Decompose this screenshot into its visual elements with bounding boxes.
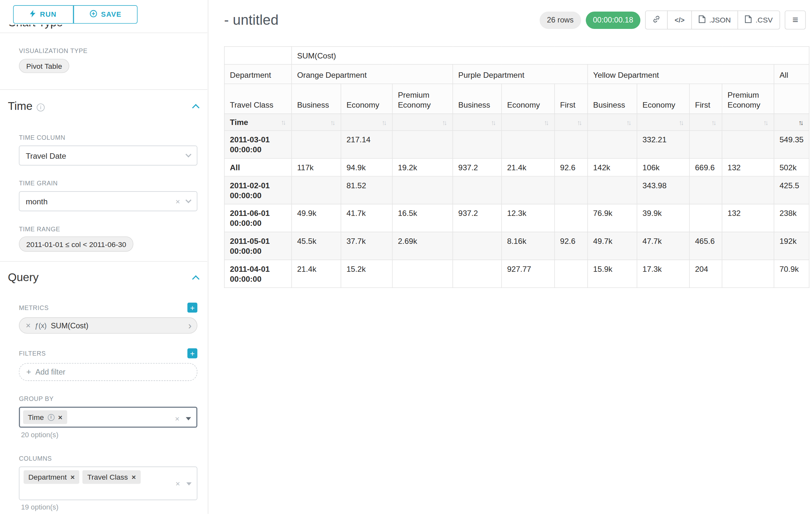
sort-icon[interactable]: ↑↓ (491, 118, 496, 127)
divider (0, 261, 207, 262)
run-button[interactable]: RUN (13, 5, 74, 23)
remove-icon[interactable]: × (70, 473, 75, 481)
add-filter-plus-button[interactable]: + (187, 348, 197, 358)
function-icon: ƒ(x) (35, 322, 47, 330)
remove-metric-icon[interactable]: × (26, 321, 30, 330)
save-button[interactable]: SAVE (74, 5, 138, 23)
chevron-up-icon[interactable] (192, 275, 199, 283)
columns-label: COLUMNS (19, 455, 52, 462)
menu-button[interactable]: ≡ (785, 10, 806, 30)
row-dimension-inner: Time↑↓ (230, 117, 286, 127)
sort-icon[interactable]: ↑↓ (711, 118, 716, 127)
chevron-down-icon[interactable] (185, 197, 192, 204)
chart-title: - untitled (224, 12, 278, 28)
value-cell: 117k (292, 158, 341, 177)
sort-icon[interactable]: ↑↓ (798, 118, 803, 127)
sort-icon[interactable]: ↑↓ (281, 117, 286, 127)
time-column-label: TIME COLUMN (19, 134, 65, 141)
row-label: All (224, 158, 291, 177)
value-cell: 45.5k (292, 232, 341, 260)
value-cell: 41.7k (341, 204, 392, 232)
leaf-header-cell (774, 84, 809, 114)
sort-cell: ↑↓ (588, 114, 637, 130)
value-cell: 37.7k (341, 232, 392, 260)
clear-icon[interactable]: × (176, 197, 180, 205)
embed-code-button[interactable]: </> (667, 10, 692, 30)
value-cell (722, 260, 774, 288)
sort-cell: ↑↓ (774, 114, 809, 130)
remove-icon[interactable]: × (132, 473, 136, 481)
clear-icon[interactable]: × (175, 414, 179, 423)
sort-cell: ↑↓ (722, 114, 774, 130)
sort-icon[interactable]: ↑↓ (442, 118, 447, 127)
group-header-cell: Orange Department (292, 64, 453, 84)
query-section-title: Query (8, 271, 39, 284)
caret-right-icon[interactable]: › (188, 321, 192, 330)
sort-icon[interactable]: ↑↓ (577, 118, 582, 127)
explore-app: Chart Type RUN SAVE VISUALIZATION TYPE P… (0, 0, 812, 514)
value-cell (689, 204, 722, 232)
value-cell: 92.6 (555, 232, 588, 260)
leaf-header-cell: Economy (637, 84, 690, 114)
export-csv-button[interactable]: .CSV (737, 10, 780, 30)
table-row: All117k94.9k19.2k937.221.4k92.6142k106k6… (224, 158, 809, 177)
time-grain-select[interactable]: month × (19, 191, 197, 211)
value-cell: 12.3k (502, 204, 555, 232)
row-label: 2011-04-01 00:00:00 (224, 260, 291, 288)
value-cell (393, 177, 453, 204)
filters-header: FILTERS + (19, 348, 197, 358)
chevron-down-icon[interactable] (185, 152, 192, 158)
columns-pill: Travel Class× (83, 470, 141, 484)
value-cell: 81.52 (341, 177, 392, 204)
sort-icon[interactable]: ↑↓ (626, 118, 631, 127)
value-cell: 2.69k (393, 232, 453, 260)
value-cell: 21.4k (502, 158, 555, 177)
link-icon (652, 15, 661, 24)
columns-pill-label: Travel Class (87, 473, 128, 481)
sort-down-arrow: ↓ (680, 118, 684, 127)
columns-option-count: 19 option(s) (21, 504, 58, 511)
sort-icon[interactable]: ↑↓ (763, 118, 768, 127)
time-range-value[interactable]: 2011-01-01 ≤ col < 2011-06-30 (19, 237, 134, 251)
value-cell: 49.7k (588, 232, 637, 260)
export-json-button[interactable]: .JSON (691, 10, 738, 30)
sort-down-arrow: ↓ (283, 118, 286, 126)
sort-cell: ↑↓ (637, 114, 690, 130)
sort-down-arrow: ↓ (579, 118, 582, 127)
sort-cell: ↑↓ (292, 114, 341, 130)
value-cell (555, 130, 588, 158)
group-by-select[interactable]: Timei× × (19, 407, 197, 428)
value-cell (689, 130, 722, 158)
clear-icon[interactable]: × (176, 480, 180, 488)
row-dimension-label: Time (230, 117, 248, 127)
value-cell (555, 260, 588, 288)
value-cell (453, 232, 502, 260)
chevron-up-icon[interactable] (192, 104, 199, 111)
visualization-type-value[interactable]: Pivot Table (19, 59, 69, 73)
column-dimension-travel-class: Travel Class (224, 84, 291, 114)
value-cell (555, 177, 588, 204)
info-icon: i (37, 103, 45, 111)
value-cell: 94.9k (341, 158, 392, 177)
sort-icon[interactable]: ↑↓ (330, 118, 336, 127)
table-row: 2011-03-01 00:00:00217.14332.21549.35 (224, 130, 809, 158)
caret-down-icon[interactable] (186, 417, 191, 420)
remove-icon[interactable]: × (58, 413, 62, 422)
leaf-header-cell: Economy (341, 84, 392, 114)
copy-link-button[interactable] (645, 10, 668, 30)
file-icon (699, 15, 705, 24)
metric-pill[interactable]: × ƒ(x) SUM(Cost) › (19, 317, 197, 334)
time-column-select[interactable]: Travel Date (19, 145, 197, 165)
value-cell: 343.98 (637, 177, 690, 204)
sort-icon[interactable]: ↑↓ (382, 118, 387, 127)
add-filter-button[interactable]: + Add filter (19, 363, 197, 381)
sort-icon[interactable]: ↑↓ (544, 118, 549, 127)
metric-label: SUM(Cost) (51, 321, 88, 330)
columns-select[interactable]: Department×Travel Class× × (19, 466, 197, 500)
leaf-header-cell: Business (292, 84, 341, 114)
add-metric-button[interactable]: + (187, 303, 197, 313)
caret-down-icon[interactable] (186, 482, 192, 485)
sort-icon[interactable]: ↑↓ (679, 118, 684, 127)
metrics-label: METRICS (19, 304, 49, 311)
value-cell (453, 177, 502, 204)
